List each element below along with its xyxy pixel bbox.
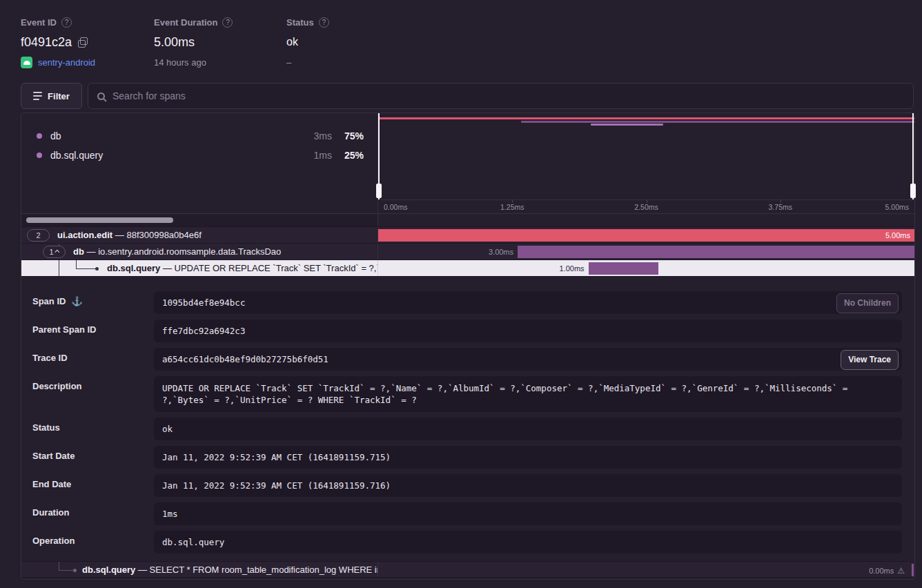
span-title: db.sql.query — SELECT * FROM room_table_… bbox=[82, 565, 378, 575]
span-detail-panel: Span ID ⚓ 1095bd4ef8e94bcc No Children P… bbox=[21, 276, 914, 561]
detail-row-parent-span-id: Parent Span ID ffe7dbc92a6942c3 bbox=[32, 320, 902, 342]
help-icon[interactable]: ? bbox=[319, 17, 329, 28]
start-date-value: Jan 11, 2022 9:52:39 AM CET (1641891159.… bbox=[162, 452, 391, 462]
duration-value: 1ms bbox=[162, 509, 178, 519]
span-duration-bar bbox=[378, 229, 914, 242]
event-duration-value: 5.00ms bbox=[154, 35, 195, 50]
event-duration-label: Event Duration bbox=[154, 17, 217, 28]
axis-tick: 1.25ms bbox=[500, 203, 524, 211]
span-duration-bar bbox=[912, 564, 914, 576]
detail-label: Start Date bbox=[32, 451, 75, 461]
project-link[interactable]: sentry-android bbox=[38, 57, 95, 68]
status-sub: – bbox=[286, 57, 291, 68]
warning-icon: ⚠ bbox=[897, 562, 905, 577]
viewport-drag-handle-right[interactable] bbox=[912, 113, 914, 199]
detail-row-start-date: Start Date Jan 11, 2022 9:52:39 AM CET (… bbox=[32, 446, 902, 469]
detail-label: Span ID bbox=[32, 296, 66, 306]
children-count-pill[interactable]: 1 bbox=[43, 246, 66, 258]
filter-icon bbox=[33, 92, 42, 100]
op-color-dot bbox=[37, 133, 42, 139]
detail-label: Status bbox=[32, 422, 60, 433]
android-platform-icon bbox=[21, 57, 32, 68]
detail-row-description: Description UPDATE OR REPLACE `Track` SE… bbox=[32, 376, 902, 412]
detail-label: Parent Span ID bbox=[32, 324, 96, 335]
viewport-drag-handle-left[interactable] bbox=[378, 113, 380, 199]
op-duration: 1ms bbox=[297, 150, 332, 161]
search-input[interactable] bbox=[112, 90, 904, 101]
op-color-dot bbox=[37, 153, 42, 158]
trace-panel: db 3ms 75% db.sql.query 1ms 25% bbox=[21, 112, 915, 580]
scrollbar-thumb[interactable] bbox=[26, 217, 173, 223]
detail-label: End Date bbox=[32, 479, 71, 489]
tree-node-dot bbox=[95, 267, 99, 271]
detail-row-status: Status ok bbox=[32, 418, 902, 440]
detail-row-operation: Operation db.sql.query bbox=[32, 531, 902, 553]
span-search-box[interactable] bbox=[88, 83, 914, 109]
span-row-db-sql-query-selected[interactable]: db.sql.query — UPDATE OR REPLACE `Track`… bbox=[21, 259, 914, 276]
detail-label: Operation bbox=[32, 536, 75, 546]
minimap-span-line bbox=[521, 121, 914, 123]
chevron-up-icon bbox=[55, 250, 59, 255]
status-value: ok bbox=[286, 36, 298, 48]
help-icon[interactable]: ? bbox=[61, 17, 72, 28]
event-id-value: f0491c2a bbox=[21, 35, 72, 50]
span-duration-bar bbox=[589, 262, 658, 275]
status-block: Status ? ok – bbox=[286, 17, 329, 68]
event-duration-block: Event Duration ? 5.00ms 14 hours ago bbox=[154, 17, 233, 68]
span-title: ui.action.edit — 88f300998a0b4e6f bbox=[57, 230, 202, 240]
minimap-span-line bbox=[378, 117, 914, 119]
ops-breakdown-row[interactable]: db 3ms 75% bbox=[21, 126, 377, 146]
span-duration-label: 0.00ms ⚠ bbox=[869, 562, 905, 577]
trace-id-value: a654cc61dc0b48ef9d0b27275b6f0d51 bbox=[162, 354, 328, 364]
span-row-db[interactable]: 1 db — io.sentry.android.roomsample.data… bbox=[21, 243, 914, 259]
event-age: 14 hours ago bbox=[154, 57, 206, 68]
minimap-section: db 3ms 75% db.sql.query 1ms 25% bbox=[21, 113, 914, 213]
detail-row-duration: Duration 1ms bbox=[32, 502, 902, 525]
detail-label: Trace ID bbox=[32, 353, 68, 363]
span-title: db.sql.query — UPDATE OR REPLACE `Track`… bbox=[107, 263, 378, 273]
span-title: db — io.sentry.android.roomsample.data.T… bbox=[73, 246, 281, 257]
anchor-icon[interactable]: ⚓ bbox=[71, 296, 82, 306]
parent-span-id-value: ffe7dbc92a6942c3 bbox=[162, 326, 245, 336]
help-icon[interactable]: ? bbox=[222, 17, 233, 28]
no-children-badge: No Children bbox=[836, 293, 899, 313]
span-duration-label: 1.00ms bbox=[560, 260, 585, 276]
span-duration-label: 3.00ms bbox=[489, 244, 513, 259]
scroll-strip bbox=[21, 213, 914, 226]
span-id-value: 1095bd4ef8e94bcc bbox=[162, 297, 245, 308]
copy-icon[interactable] bbox=[78, 37, 88, 48]
description-value: UPDATE OR REPLACE `Track` SET `TrackId` … bbox=[162, 383, 847, 405]
detail-row-end-date: End Date Jan 11, 2022 9:52:39 AM CET (16… bbox=[32, 474, 902, 497]
detail-row-span-id: Span ID ⚓ 1095bd4ef8e94bcc No Children bbox=[32, 291, 902, 314]
axis-tick: 5.00ms bbox=[885, 203, 909, 211]
span-duration-label: 5.00ms bbox=[885, 227, 910, 243]
horizontal-scrollbar[interactable] bbox=[21, 214, 378, 226]
op-duration: 3ms bbox=[297, 130, 332, 141]
op-name: db bbox=[50, 130, 297, 141]
time-axis: 0.00ms 1.25ms 2.50ms 3.75ms 5.00ms bbox=[378, 199, 914, 213]
view-trace-button[interactable]: View Trace bbox=[841, 350, 899, 370]
span-duration-bar bbox=[518, 246, 914, 258]
ops-breakdown-row[interactable]: db.sql.query 1ms 25% bbox=[21, 146, 377, 165]
detail-row-trace-id: Trace ID a654cc61dc0b48ef9d0b27275b6f0d5… bbox=[32, 348, 902, 371]
tree-node-dot bbox=[73, 569, 77, 572]
event-id-label: Event ID bbox=[21, 17, 57, 28]
end-date-value: Jan 11, 2022 9:52:39 AM CET (1641891159.… bbox=[162, 480, 391, 491]
operation-value: db.sql.query bbox=[162, 537, 224, 547]
op-percent: 75% bbox=[332, 130, 364, 141]
detail-label: Duration bbox=[32, 507, 69, 518]
span-row-ui-action-edit[interactable]: 2 ui.action.edit — 88f300998a0b4e6f 5.00… bbox=[21, 226, 914, 243]
status-label: Status bbox=[286, 17, 314, 28]
minimap-span-line bbox=[591, 124, 663, 126]
event-id-block: Event ID ? f0491c2a sentry-android bbox=[21, 17, 95, 68]
span-trace-view: Event ID ? f0491c2a sentry-android Event… bbox=[0, 0, 922, 588]
minimap-chart[interactable] bbox=[378, 113, 914, 199]
span-row-db-sql-query-select[interactable]: db.sql.query — SELECT * FROM room_table_… bbox=[21, 561, 914, 578]
trace-minimap[interactable]: 0.00ms 1.25ms 2.50ms 3.75ms 5.00ms bbox=[378, 113, 914, 213]
axis-tick: 3.75ms bbox=[769, 203, 792, 211]
children-count-pill[interactable]: 2 bbox=[27, 229, 50, 242]
filter-button[interactable]: Filter bbox=[21, 83, 82, 109]
op-percent: 25% bbox=[332, 150, 364, 161]
axis-tick: 0.00ms bbox=[384, 203, 407, 211]
operations-breakdown: db 3ms 75% db.sql.query 1ms 25% bbox=[21, 113, 378, 213]
